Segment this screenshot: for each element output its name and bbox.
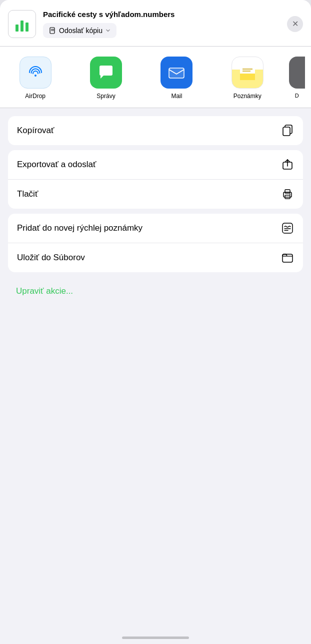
- export-label: Exportovať a odoslať: [17, 160, 96, 170]
- notes-svg: [238, 63, 258, 83]
- notes-icon-bg: [232, 57, 264, 89]
- print-action[interactable]: Tlačiť: [8, 180, 303, 209]
- copy-label: Kopírovať: [17, 126, 54, 136]
- copy-action[interactable]: Kopírovať: [8, 116, 303, 145]
- edit-actions-link[interactable]: Upraviť akcie...: [16, 286, 73, 296]
- mail-icon-bg: [160, 57, 192, 89]
- svg-rect-23: [282, 223, 292, 233]
- action-section-3: Pridať do novej rýchlej poznámky Uložiť …: [8, 214, 303, 272]
- app-messages[interactable]: Správy: [70, 57, 141, 100]
- notes-label: Poznámky: [234, 93, 262, 100]
- app-notes[interactable]: Poznámky: [212, 57, 282, 100]
- header-text-block: Pacifické cesty s výhľadom.numbers Odosl…: [43, 10, 280, 38]
- svg-rect-1: [16, 25, 18, 32]
- more-icon-bg: [289, 57, 305, 89]
- close-icon: ✕: [292, 20, 298, 28]
- mail-label: Mail: [171, 93, 182, 100]
- savefiles-action[interactable]: Uložiť do Súborov: [8, 243, 303, 272]
- print-label: Tlačiť: [17, 189, 38, 199]
- action-section-1: Kopírovať: [8, 116, 303, 145]
- home-indicator: [122, 636, 189, 639]
- share-sheet: Pacifické cesty s výhľadom.numbers Odosl…: [0, 0, 311, 644]
- chevron-icon: [106, 28, 110, 33]
- svg-rect-8: [169, 68, 184, 78]
- numbers-file-icon: [12, 14, 32, 35]
- svg-rect-12: [240, 76, 255, 80]
- print-icon: [281, 188, 294, 201]
- svg-rect-3: [26, 23, 28, 32]
- svg-point-7: [34, 75, 36, 77]
- export-action[interactable]: Exportovať a odoslať: [8, 150, 303, 180]
- actions-container: Kopírovať Exportovať a odoslať: [0, 108, 311, 302]
- apps-row: AirDrop Správy Mail: [0, 47, 311, 108]
- svg-rect-16: [283, 127, 290, 136]
- edit-actions-section: Upraviť akcie...: [16, 280, 295, 302]
- files-icon: [281, 251, 294, 264]
- savefiles-label: Uložiť do Súborov: [17, 253, 85, 263]
- app-more[interactable]: D: [282, 57, 311, 100]
- mail-svg: [166, 63, 186, 83]
- send-copy-dropdown[interactable]: Odoslať kópiu: [43, 23, 116, 38]
- copy-icon: [281, 124, 294, 137]
- quicknote-action[interactable]: Pridať do novej rýchlej poznámky: [8, 214, 303, 243]
- file-title: Pacifické cesty s výhľadom.numbers: [43, 10, 280, 19]
- messages-icon-bg: [90, 57, 122, 89]
- quicknote-icon: [281, 222, 294, 235]
- airdrop-svg: [26, 63, 46, 83]
- app-airdrop[interactable]: AirDrop: [0, 57, 70, 100]
- action-section-2: Exportovať a odoslať Tlačiť: [8, 150, 303, 209]
- app-mail[interactable]: Mail: [142, 57, 212, 100]
- file-icon: [8, 10, 36, 38]
- svg-rect-20: [285, 190, 290, 193]
- airdrop-icon-bg: [20, 57, 52, 89]
- svg-rect-2: [20, 21, 24, 32]
- more-label: D: [295, 93, 299, 99]
- export-icon: [281, 158, 294, 171]
- doc-icon: [49, 27, 56, 34]
- airdrop-label: AirDrop: [25, 93, 46, 100]
- svg-point-22: [290, 194, 290, 195]
- messages-label: Správy: [96, 93, 115, 100]
- share-sheet-header: Pacifické cesty s výhľadom.numbers Odosl…: [0, 0, 311, 47]
- close-button[interactable]: ✕: [287, 16, 303, 32]
- quicknote-label: Pridať do novej rýchlej poznámky: [17, 223, 142, 233]
- messages-svg: [96, 63, 116, 82]
